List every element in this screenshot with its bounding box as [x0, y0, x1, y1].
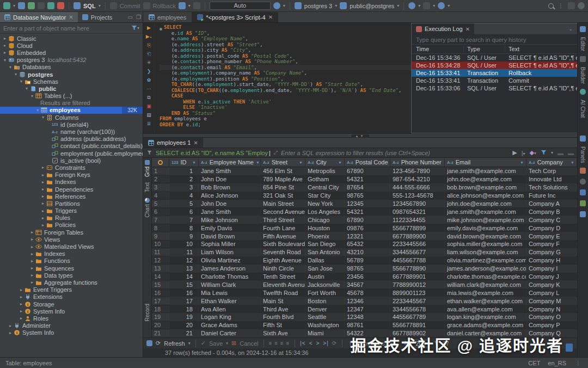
- row-number[interactable]: 10: [152, 241, 169, 247]
- view-tab-text[interactable]: Text: [144, 182, 150, 192]
- chevron-down-icon[interactable]: ▾: [137, 26, 139, 30]
- table-row[interactable]: 1717Ethan WalkerMain StBoston12346223344…: [152, 297, 577, 305]
- cell[interactable]: 34567: [345, 281, 390, 288]
- cell[interactable]: 456 Elm St: [261, 168, 305, 174]
- table-row[interactable]: 1919Logan KingFourth BlvdSeattle12348445…: [152, 313, 577, 321]
- cell[interactable]: Jacksonville: [305, 281, 345, 288]
- open-folder-icon[interactable]: [28, 2, 35, 9]
- code-line[interactable]: SELECT: [160, 24, 411, 30]
- cell[interactable]: william.clark@example.com: [445, 281, 526, 288]
- find-usages-icon[interactable]: [438, 2, 445, 9]
- cell[interactable]: grace.adams@example.com: [445, 322, 526, 328]
- code-line[interactable]: COALESCE(TO_CHAR((e.employment).end_date…: [160, 88, 411, 94]
- tree-item-system-info[interactable]: ▸iSystem Info: [0, 329, 143, 336]
- tree-item-views[interactable]: ▸Views: [0, 236, 143, 243]
- log-column-header[interactable]: Text: [505, 46, 577, 52]
- doc-error-icon[interactable]: ▣: [146, 103, 152, 109]
- more-icon[interactable]: ⋮: [574, 360, 583, 366]
- cell[interactable]: Boston: [305, 298, 345, 304]
- view-tab-grid[interactable]: Grid: [144, 160, 150, 177]
- tree-chevron[interactable]: ▾: [19, 79, 24, 84]
- tree-chevron[interactable]: ▸: [40, 208, 46, 213]
- chevron-down-icon[interactable]: ▾: [188, 341, 191, 346]
- last-page-icon[interactable]: >|: [323, 340, 328, 346]
- cell[interactable]: Sixth Ave: [261, 330, 305, 336]
- cell[interactable]: 6677889900: [390, 233, 445, 240]
- cell[interactable]: Gotham: [305, 176, 345, 182]
- cell[interactable]: 987-654-3210: [390, 176, 445, 182]
- cell[interactable]: 87654: [345, 184, 390, 191]
- row-number[interactable]: 14: [152, 273, 169, 280]
- notifications-icon[interactable]: [580, 211, 586, 217]
- tree-item-partitions[interactable]: ▸Partitions: [0, 200, 143, 207]
- cell[interactable]: Company N: [526, 306, 577, 312]
- log-row[interactable]: Dec-16 15:34:36SQL / UserSELECT ¶ e.id A…: [412, 54, 577, 62]
- code-line[interactable]: (e.address).postal_code AS "Postal Code"…: [160, 53, 411, 59]
- row-number[interactable]: 9: [152, 233, 169, 240]
- code-line[interactable]: END AS "Status": [160, 111, 411, 116]
- cell[interactable]: 09876: [345, 225, 390, 231]
- cell[interactable]: 7: [169, 217, 199, 223]
- cell[interactable]: Ethan Walker: [199, 298, 261, 304]
- tree-chevron[interactable]: ▸: [29, 266, 35, 271]
- cell[interactable]: Chicago: [305, 217, 345, 223]
- cell[interactable]: 2233445567: [390, 298, 445, 304]
- cell[interactable]: Seattle: [305, 314, 345, 320]
- cell[interactable]: Twelfth Road: [261, 290, 305, 296]
- tree-chevron[interactable]: ▸: [29, 230, 35, 235]
- tree-chevron[interactable]: ▸: [40, 187, 46, 192]
- cell[interactable]: Main Street: [261, 200, 305, 207]
- cell[interactable]: 8: [169, 225, 199, 231]
- cell[interactable]: 45678: [345, 290, 390, 296]
- tree-chevron[interactable]: ▾: [13, 72, 19, 77]
- cell[interactable]: john.doe@example.com: [445, 176, 526, 182]
- tree-chevron[interactable]: ▸: [19, 309, 24, 314]
- structure-icon[interactable]: ≣: [146, 120, 152, 127]
- cell[interactable]: Ava Allen: [199, 306, 261, 312]
- next-page-icon[interactable]: >: [316, 340, 320, 346]
- tree-item-constraints[interactable]: ▸Constraints: [0, 164, 143, 171]
- ai-assistant-icon[interactable]: ✳: [146, 59, 152, 66]
- cell[interactable]: Company O: [526, 314, 577, 320]
- close-icon[interactable]: ✕: [465, 26, 470, 32]
- cell[interactable]: ethan.walker@example.com: [445, 298, 526, 304]
- tree-item-contact-public-contact-details[interactable]: contact (public.contact_details): [0, 143, 143, 150]
- cell[interactable]: 13: [169, 265, 199, 272]
- statement-marker-icon[interactable]: [160, 28, 162, 30]
- cell[interactable]: jane.smith@example.com: [445, 168, 526, 174]
- tree-item-roles[interactable]: ▸Roles: [0, 315, 143, 322]
- stop-icon[interactable]: [57, 2, 64, 9]
- table-row[interactable]: 99David BrownFifth AvenuePhoenix12321667…: [152, 232, 577, 240]
- sql-editor[interactable]: SELECT e.id AS "ID", e.name AS "Employee…: [155, 23, 411, 133]
- tree-chevron[interactable]: ▸: [8, 323, 13, 328]
- code-line[interactable]: (e.address).street AS "Street",: [160, 42, 411, 48]
- code-line[interactable]: (e.contact).phone_number AS "Phone Numbe…: [160, 59, 411, 65]
- commit-button[interactable]: Commit: [120, 3, 140, 9]
- cancel-button[interactable]: Cancel: [240, 340, 258, 347]
- table-row[interactable]: 1111Liam WilsonSeventh RoadSan Antonio43…: [152, 248, 577, 256]
- table-row[interactable]: 1212Olivia MartinezEighth AvenueDallas56…: [152, 256, 577, 265]
- tree-chevron[interactable]: ▾: [35, 108, 40, 113]
- tree-item-postgres[interactable]: ▾postgres: [0, 71, 143, 78]
- script-icon[interactable]: ⎘: [146, 42, 152, 48]
- cell[interactable]: Innovate Ltd: [526, 176, 577, 182]
- cell[interactable]: 0987654321: [390, 208, 445, 215]
- row-number[interactable]: 18: [152, 306, 169, 312]
- cell[interactable]: 4: [169, 192, 199, 199]
- tree-item-classic[interactable]: ▸Classic: [0, 35, 143, 42]
- close-icon[interactable]: ✕: [193, 140, 198, 146]
- cell[interactable]: Star City: [305, 192, 345, 199]
- cell[interactable]: Sixth Boulevard: [261, 241, 305, 247]
- code-line[interactable]: (e.address).city AS "City",: [160, 47, 411, 53]
- chevron-down-icon[interactable]: ▾: [397, 3, 399, 8]
- chevron-down-icon[interactable]: ⌄: [564, 26, 577, 32]
- cell[interactable]: Tenth Street: [261, 273, 305, 280]
- tx-filter-icon[interactable]: [179, 2, 186, 9]
- tree-chevron[interactable]: ▸: [19, 295, 24, 299]
- cloud-sync-icon[interactable]: [18, 2, 25, 9]
- table-row[interactable]: 1515William ClarkEleventh AvenueJacksonv…: [152, 280, 577, 289]
- cell[interactable]: Phoenix: [305, 233, 345, 240]
- cell[interactable]: Tech Solutions: [526, 184, 577, 191]
- column-header-id[interactable]: 123ID▼: [169, 158, 199, 167]
- log-search-input[interactable]: Type query part to search in query histo…: [412, 35, 577, 45]
